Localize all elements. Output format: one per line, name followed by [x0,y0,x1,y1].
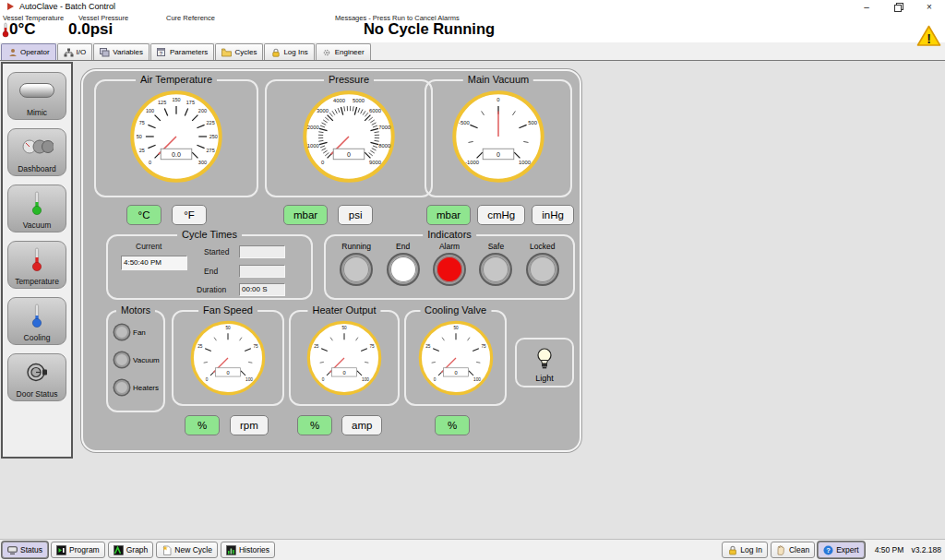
air-temperature-gauge: 02550751001251501752002252502753000.0 [127,88,225,185]
sidebar-item-mimic[interactable]: Mimic [7,72,66,120]
tab-bar: Operator I/O Variables ? Parameters Cycl… [0,42,945,61]
unit-button-rpm[interactable]: rpm [230,415,269,435]
heater-output-gauge: 02550751000 [305,318,384,398]
svg-text:150: 150 [172,97,180,102]
svg-text:225: 225 [207,120,215,125]
tab-parameters[interactable]: ? Parameters [150,43,214,60]
gear-icon [322,47,332,57]
svg-text:!: ! [927,31,931,46]
svg-text:?: ? [826,546,831,554]
svg-text:0: 0 [454,370,457,375]
bottom-tab-new-cycle[interactable]: New Cycle [156,542,218,558]
indicator-end: End [379,242,425,284]
fan-lamp [114,325,129,340]
header: Vessel Temperature 0°C Vessel Pressure 0… [0,13,945,42]
svg-text:75: 75 [481,344,486,349]
hand-icon [776,545,786,555]
main-vacuum-group: Main Vacuum -1000-500050010000 [425,79,572,197]
window-title: AutoClave - Batch Control [19,2,115,11]
bottom-tab-status[interactable]: Status [2,542,48,558]
message-text: No Cycle Running [277,20,581,38]
sidebar-item-dashboard[interactable]: Dashboard [7,128,66,176]
pressure-group: Pressure 0100020003000400050006000700080… [265,79,433,197]
svg-text:0: 0 [433,377,436,382]
cooling-valve-gauge: 02550751000 [416,318,496,398]
main-vacuum-units: mbarcmHginHg [426,205,574,226]
unit-button-°F[interactable]: °F [172,205,207,225]
thermometer-icon [2,22,9,38]
clean-button[interactable]: Clean [771,542,815,558]
svg-text:0: 0 [206,377,209,382]
indicator-running: Running [333,242,379,284]
expert-button[interactable]: ? Expert [818,542,865,558]
cycle-times-group: Cycle Times Current 4:50:40 PM Started E… [106,234,313,300]
cooling-valve-title: Cooling Valve [420,304,491,316]
unit-button-cmHg[interactable]: cmHg [477,205,525,225]
operator-icon [7,47,18,57]
svg-text:3000: 3000 [317,108,329,113]
svg-text:1000: 1000 [519,160,532,165]
bottom-tab-graph[interactable]: Graph [108,542,154,558]
gauges-icon [20,129,54,164]
motor-heaters: Heaters [114,380,159,395]
vacuum-lamp [114,352,129,367]
bottom-tab-program[interactable]: Program [51,542,105,558]
sidebar-item-temperature[interactable]: Temperature [7,241,66,289]
unit-button-°C[interactable]: °C [126,205,161,225]
sidebar-item-door-status[interactable]: Door Status [7,353,66,401]
svg-text:6000: 6000 [369,108,382,113]
status-icon [7,545,18,555]
light-bulb-icon [535,340,554,374]
operator-panel: Air Temperature 025507510012515017520022… [81,69,581,452]
svg-text:0: 0 [342,370,345,375]
log-in-button[interactable]: Log In [722,542,768,558]
end-value [239,265,285,278]
svg-text:100: 100 [362,377,369,382]
light-button-label: Light [535,374,554,383]
restore-icon [894,3,902,10]
end-lamp [389,255,418,284]
fan-speed-title: Fan Speed [198,304,257,316]
svg-text:25: 25 [197,344,203,349]
svg-text:7000: 7000 [378,125,391,130]
tab-variables[interactable]: Variables [93,43,150,60]
sidebar: Mimic Dashboard Vacuum Tempera [1,62,73,459]
tab-engineer[interactable]: Engineer [316,43,371,60]
cycle-times-title: Cycle Times [177,229,242,240]
bottom-tab-histories[interactable]: Histories [221,542,275,558]
svg-text:500: 500 [528,120,537,125]
duration-value: 00:00 S [239,283,285,296]
minimize-button[interactable]: – [851,1,882,13]
alarm-warning-icon[interactable]: ! [916,25,941,51]
svg-text:50: 50 [341,326,347,330]
svg-text:5000: 5000 [353,98,365,103]
heater-output-units: %amp [297,415,382,436]
tab-cycles[interactable]: Cycles [215,43,263,60]
tab-log-ins[interactable]: Log Ins [264,43,314,60]
unit-button-mbar[interactable]: mbar [283,205,328,225]
unit-button-mbar[interactable]: mbar [426,205,471,225]
tab-io[interactable]: I/O [57,43,93,60]
svg-text:-500: -500 [459,120,470,125]
sidebar-item-vacuum[interactable]: Vacuum [7,185,66,232]
svg-text:-1000: -1000 [465,160,480,165]
sidebar-item-cooling[interactable]: Cooling [7,297,66,345]
unit-button-%[interactable]: % [435,415,470,435]
restore-button[interactable] [882,1,914,13]
end-label: End [204,267,218,276]
svg-text:175: 175 [186,100,195,105]
motor-vacuum: Vacuum [114,352,160,367]
unit-button-%[interactable]: % [185,415,220,435]
light-button[interactable]: Light [515,338,574,387]
tab-operator[interactable]: Operator [1,43,56,60]
vessel-temperature-value: 0°C [2,20,36,39]
svg-text:25: 25 [139,148,145,153]
unit-button-psi[interactable]: psi [338,205,373,225]
svg-text:75: 75 [370,344,376,349]
unit-button-amp[interactable]: amp [341,415,382,435]
cooling-valve-units: % [435,415,470,436]
close-button[interactable]: × [914,1,945,13]
unit-button-%[interactable]: % [297,415,332,435]
svg-text:50: 50 [453,326,459,330]
unit-button-inHg[interactable]: inHg [532,205,574,225]
